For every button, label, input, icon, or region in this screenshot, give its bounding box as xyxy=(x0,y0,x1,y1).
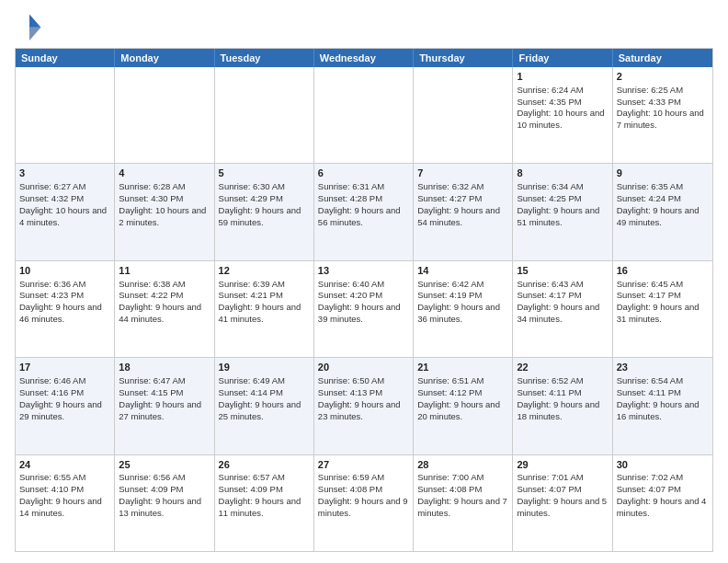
calendar-cell: 14Sunrise: 6:42 AMSunset: 4:19 PMDayligh… xyxy=(414,261,513,357)
calendar-cell xyxy=(115,67,214,163)
calendar-cell: 16Sunrise: 6:45 AMSunset: 4:17 PMDayligh… xyxy=(613,261,712,357)
calendar-week-5: 24Sunrise: 6:55 AMSunset: 4:10 PMDayligh… xyxy=(16,454,712,551)
sunrise-text: Sunrise: 6:40 AM xyxy=(318,279,409,291)
sunset-text: Sunset: 4:15 PM xyxy=(119,387,210,399)
header-day-monday: Monday xyxy=(115,49,214,67)
day-number: 27 xyxy=(318,458,409,472)
daylight-text: Daylight: 9 hours and 29 minutes. xyxy=(19,399,110,423)
calendar-cell: 9Sunrise: 6:35 AMSunset: 4:24 PMDaylight… xyxy=(613,164,712,259)
calendar-cell: 20Sunrise: 6:50 AMSunset: 4:13 PMDayligh… xyxy=(314,358,414,454)
sunrise-text: Sunrise: 7:01 AM xyxy=(517,472,608,484)
sunset-text: Sunset: 4:12 PM xyxy=(417,387,508,399)
header-day-sunday: Sunday xyxy=(16,49,115,67)
day-number: 16 xyxy=(617,264,709,278)
sunrise-text: Sunrise: 6:49 AM xyxy=(219,375,310,387)
sunset-text: Sunset: 4:24 PM xyxy=(617,193,709,205)
calendar-cell: 13Sunrise: 6:40 AMSunset: 4:20 PMDayligh… xyxy=(314,261,414,357)
daylight-text: Daylight: 10 hours and 4 minutes. xyxy=(19,205,110,229)
daylight-text: Daylight: 9 hours and 7 minutes. xyxy=(417,496,508,520)
header-day-tuesday: Tuesday xyxy=(215,49,314,67)
day-number: 9 xyxy=(617,167,709,180)
daylight-text: Daylight: 9 hours and 31 minutes. xyxy=(617,302,709,326)
calendar-cell: 7Sunrise: 6:32 AMSunset: 4:27 PMDaylight… xyxy=(414,164,513,259)
sunrise-text: Sunrise: 6:31 AM xyxy=(318,181,409,193)
daylight-text: Daylight: 10 hours and 10 minutes. xyxy=(517,108,608,132)
day-number: 24 xyxy=(19,458,110,472)
sunset-text: Sunset: 4:21 PM xyxy=(219,290,310,302)
sunrise-text: Sunrise: 6:54 AM xyxy=(617,375,709,387)
day-number: 12 xyxy=(219,264,310,278)
calendar-cell: 4Sunrise: 6:28 AMSunset: 4:30 PMDaylight… xyxy=(115,164,214,259)
daylight-text: Daylight: 9 hours and 13 minutes. xyxy=(119,496,210,520)
day-number: 7 xyxy=(417,167,508,180)
day-number: 21 xyxy=(417,361,508,374)
daylight-text: Daylight: 10 hours and 7 minutes. xyxy=(617,108,709,132)
sunset-text: Sunset: 4:23 PM xyxy=(19,290,110,302)
calendar-cell: 29Sunrise: 7:01 AMSunset: 4:07 PMDayligh… xyxy=(513,455,612,551)
sunset-text: Sunset: 4:13 PM xyxy=(318,387,409,399)
daylight-text: Daylight: 9 hours and 20 minutes. xyxy=(417,399,508,423)
sunrise-text: Sunrise: 7:02 AM xyxy=(617,472,709,484)
sunrise-text: Sunrise: 6:56 AM xyxy=(119,472,210,484)
day-number: 23 xyxy=(617,361,709,374)
calendar-cell: 19Sunrise: 6:49 AMSunset: 4:14 PMDayligh… xyxy=(215,358,314,454)
sunrise-text: Sunrise: 6:55 AM xyxy=(19,472,110,484)
daylight-text: Daylight: 9 hours and 46 minutes. xyxy=(19,302,110,326)
day-number: 18 xyxy=(119,361,210,374)
svg-rect-2 xyxy=(18,15,29,40)
sunrise-text: Sunrise: 6:34 AM xyxy=(517,181,608,193)
day-number: 29 xyxy=(517,458,608,472)
sunset-text: Sunset: 4:33 PM xyxy=(617,97,709,109)
calendar-week-1: 1Sunrise: 6:24 AMSunset: 4:35 PMDaylight… xyxy=(16,67,712,163)
sunrise-text: Sunrise: 6:52 AM xyxy=(517,375,608,387)
calendar-cell xyxy=(414,67,513,163)
daylight-text: Daylight: 9 hours and 23 minutes. xyxy=(318,399,409,423)
calendar-header: SundayMondayTuesdayWednesdayThursdayFrid… xyxy=(16,49,712,67)
sunrise-text: Sunrise: 6:38 AM xyxy=(119,279,210,291)
sunrise-text: Sunrise: 6:45 AM xyxy=(617,279,709,291)
sunset-text: Sunset: 4:09 PM xyxy=(119,484,210,496)
daylight-text: Daylight: 9 hours and 25 minutes. xyxy=(219,399,310,423)
daylight-text: Daylight: 9 hours and 11 minutes. xyxy=(219,496,310,520)
sunset-text: Sunset: 4:20 PM xyxy=(318,290,409,302)
svg-marker-0 xyxy=(29,15,40,28)
day-number: 19 xyxy=(219,361,310,374)
day-number: 8 xyxy=(517,167,608,180)
daylight-text: Daylight: 9 hours and 56 minutes. xyxy=(318,205,409,229)
header-day-friday: Friday xyxy=(513,49,612,67)
calendar-cell: 24Sunrise: 6:55 AMSunset: 4:10 PMDayligh… xyxy=(16,455,115,551)
sunrise-text: Sunrise: 6:28 AM xyxy=(119,181,210,193)
sunrise-text: Sunrise: 6:42 AM xyxy=(417,279,508,291)
sunrise-text: Sunrise: 6:32 AM xyxy=(417,181,508,193)
calendar-cell: 5Sunrise: 6:30 AMSunset: 4:29 PMDaylight… xyxy=(215,164,314,259)
sunset-text: Sunset: 4:29 PM xyxy=(219,193,310,205)
day-number: 17 xyxy=(19,361,110,374)
daylight-text: Daylight: 9 hours and 39 minutes. xyxy=(318,302,409,326)
logo-icon xyxy=(15,11,44,40)
sunrise-text: Sunrise: 6:25 AM xyxy=(617,85,709,97)
day-number: 22 xyxy=(517,361,608,374)
daylight-text: Daylight: 9 hours and 36 minutes. xyxy=(417,302,508,326)
day-number: 28 xyxy=(417,458,508,472)
sunset-text: Sunset: 4:07 PM xyxy=(617,484,709,496)
svg-marker-1 xyxy=(29,28,40,40)
calendar-cell: 2Sunrise: 6:25 AMSunset: 4:33 PMDaylight… xyxy=(613,67,712,163)
day-number: 11 xyxy=(119,264,210,278)
calendar-cell: 8Sunrise: 6:34 AMSunset: 4:25 PMDaylight… xyxy=(513,164,612,259)
calendar-cell xyxy=(314,67,414,163)
sunrise-text: Sunrise: 6:47 AM xyxy=(119,375,210,387)
sunrise-text: Sunrise: 6:39 AM xyxy=(219,279,310,291)
sunrise-text: Sunrise: 6:30 AM xyxy=(219,181,310,193)
sunrise-text: Sunrise: 6:43 AM xyxy=(517,279,608,291)
calendar-cell: 10Sunrise: 6:36 AMSunset: 4:23 PMDayligh… xyxy=(16,261,115,357)
header-day-thursday: Thursday xyxy=(414,49,513,67)
calendar-cell: 30Sunrise: 7:02 AMSunset: 4:07 PMDayligh… xyxy=(613,455,712,551)
sunrise-text: Sunrise: 7:00 AM xyxy=(417,472,508,484)
sunset-text: Sunset: 4:35 PM xyxy=(517,97,608,109)
calendar-cell: 6Sunrise: 6:31 AMSunset: 4:28 PMDaylight… xyxy=(314,164,414,259)
day-number: 10 xyxy=(19,264,110,278)
daylight-text: Daylight: 9 hours and 27 minutes. xyxy=(119,399,210,423)
calendar-cell: 27Sunrise: 6:59 AMSunset: 4:08 PMDayligh… xyxy=(314,455,414,551)
calendar-cell: 12Sunrise: 6:39 AMSunset: 4:21 PMDayligh… xyxy=(215,261,314,357)
sunrise-text: Sunrise: 6:46 AM xyxy=(19,375,110,387)
